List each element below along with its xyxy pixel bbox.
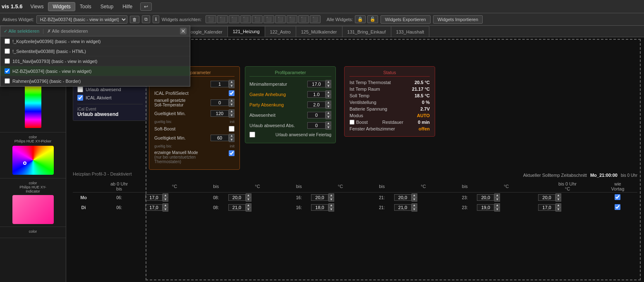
soft-boost-cb[interactable] [229, 126, 235, 132]
mo-c2-input[interactable] [228, 194, 246, 201]
gueltigkeit-input[interactable] [211, 110, 229, 117]
minimaltemperatur-down[interactable]: ▼ [326, 84, 331, 88]
export-btn[interactable]: Widgets Exportieren [381, 15, 431, 24]
tab-131-bring[interactable]: 131_Bring_Einkauf [342, 26, 391, 37]
delete-widget-btn[interactable]: 🗑 [130, 16, 139, 23]
di-c4-up[interactable]: ▲ [412, 203, 417, 207]
party-up[interactable]: ▲ [326, 101, 331, 105]
align-center-btn[interactable]: ⬛ [217, 15, 228, 23]
di-c1-down[interactable]: ▼ [163, 207, 168, 212]
di-c5-down[interactable]: ▼ [494, 207, 500, 212]
back-button[interactable]: ↩ [140, 2, 152, 11]
align-v-center-btn[interactable]: ⬛ [263, 15, 274, 23]
mo-c5-up[interactable]: ▲ [494, 193, 500, 198]
dropdown-item-w00374[interactable]: HZ-BZ[w00374] (basic - view in widget) [0, 66, 190, 76]
tab-122-astro[interactable]: 122_Astro [265, 26, 296, 37]
mo-c3-up[interactable]: ▲ [328, 193, 334, 198]
widget-select[interactable]: HZ-BZ[w00374] (basic - view in widget) [36, 15, 127, 24]
di-c4-input[interactable] [394, 204, 412, 211]
di-wie-vortag-cb[interactable] [615, 204, 620, 210]
lock-btn[interactable]: 🔒 [355, 15, 366, 23]
gaeste-up[interactable]: ▲ [326, 90, 331, 94]
mo-c1-down[interactable]: ▼ [163, 198, 168, 202]
mo-c5-down[interactable]: ▼ [494, 198, 500, 202]
minimaltemperatur-up[interactable]: ▲ [326, 80, 331, 84]
dropdown-item-w00388[interactable]: !_Seitentitel[w00388] (basic - HTML) [0, 46, 190, 56]
sidebar-item-xy-indicator[interactable]: colorPhilips HUE XY-Indicator [0, 178, 66, 227]
mo-c1-up[interactable]: ▲ [163, 193, 168, 198]
dropdown-cb-w03796[interactable] [5, 78, 10, 84]
di-c4-down[interactable]: ▼ [412, 207, 417, 212]
abwesenheit-down[interactable]: ▼ [326, 115, 331, 119]
align-h-center-btn[interactable]: ⬛ [252, 15, 263, 23]
di-c6-down[interactable]: ▼ [555, 207, 561, 212]
dropdown-cb-w00396[interactable] [5, 39, 10, 44]
manuell-input[interactable] [211, 99, 229, 106]
urlaub-abwesend-up[interactable]: ▲ [326, 121, 331, 125]
menu-widgets[interactable]: Widgets [48, 2, 75, 11]
di-c3-input[interactable] [311, 204, 328, 211]
manuell-up[interactable]: ▲ [229, 99, 235, 103]
gueltigkeit2-up[interactable]: ▲ [229, 134, 235, 138]
info-widget-btn[interactable]: ℹ [153, 15, 159, 23]
gaeste-input[interactable] [307, 91, 326, 98]
menu-setup[interactable]: Setup [96, 2, 118, 11]
resize-h-btn[interactable]: ⬛ [310, 15, 321, 23]
manuell-down[interactable]: ▼ [229, 103, 235, 107]
urlaub-abwesend-down[interactable]: ▼ [326, 125, 331, 130]
di-c6-up[interactable]: ▲ [555, 203, 561, 207]
mo-c6-down[interactable]: ▼ [555, 198, 561, 202]
mo-c4-up[interactable]: ▲ [412, 193, 417, 198]
di-c1-input[interactable] [145, 204, 163, 211]
di-c1-up[interactable]: ▲ [163, 203, 168, 207]
cb-ical-input[interactable] [77, 95, 83, 101]
mo-c4-input[interactable] [394, 194, 412, 201]
di-c5-up[interactable]: ▲ [494, 203, 500, 207]
copy-widget-btn[interactable]: ⧉ [142, 15, 150, 23]
urlaub-feiertag-cb[interactable] [249, 132, 255, 137]
dist-v-btn[interactable]: ⬛ [287, 15, 297, 23]
dist-h-btn[interactable]: ⬛ [275, 15, 286, 23]
gueltigkeit2-down[interactable]: ▼ [229, 138, 235, 142]
menu-hilfe[interactable]: Hilfe [118, 2, 137, 11]
party-down[interactable]: ▼ [326, 105, 331, 109]
mo-c6-up[interactable]: ▲ [555, 193, 561, 198]
tab-125-muellkalender[interactable]: 125_Müllkalender [296, 26, 342, 37]
di-c5-input[interactable] [477, 204, 494, 211]
erzwinge-cb[interactable] [229, 150, 235, 156]
dropdown-item-w03796[interactable]: Rahmen[w03796] (basic - Border) [0, 76, 190, 86]
menu-views[interactable]: Views [26, 2, 48, 11]
aktives-profil-input[interactable] [211, 81, 229, 87]
resize-w-btn[interactable]: ⬛ [298, 15, 309, 23]
select-all-btn[interactable]: ✓ Alle selektieren [4, 29, 39, 34]
boost-cb[interactable] [350, 120, 354, 125]
aktives-profil-up[interactable]: ▲ [229, 80, 235, 84]
dropdown-cb-w00388[interactable] [5, 48, 10, 54]
gueltigkeit-up[interactable]: ▲ [229, 109, 235, 113]
mo-c1-input[interactable] [145, 194, 163, 201]
align-left-btn[interactable]: ⬛ [206, 15, 216, 23]
party-input[interactable] [307, 101, 326, 108]
mo-c5-input[interactable] [477, 194, 494, 201]
menu-tools[interactable]: Tools [75, 2, 96, 11]
mo-c3-input[interactable] [311, 194, 328, 201]
mo-c4-down[interactable]: ▼ [412, 198, 417, 202]
mo-c3-down[interactable]: ▼ [328, 198, 334, 202]
ical-profil-cb[interactable] [229, 90, 235, 96]
import-btn[interactable]: Widgets Importieren [433, 15, 483, 24]
mo-c2-down[interactable]: ▼ [246, 198, 251, 202]
sidebar-item-xy-picker[interactable]: colorPhilips HUE XY-Picker [0, 133, 66, 178]
di-c2-down[interactable]: ▼ [246, 207, 251, 212]
align-top-btn[interactable]: ⬛ [229, 15, 239, 23]
gueltigkeit2-input[interactable] [211, 135, 229, 141]
di-c6-input[interactable] [538, 204, 555, 211]
di-c2-up[interactable]: ▲ [246, 203, 251, 207]
align-bottom-btn[interactable]: ⬛ [240, 15, 251, 23]
dropdown-item-w00396[interactable]: !_Kopfzeile[w00396] (basic - view in wid… [0, 36, 190, 46]
sidebar-item-color-bottom[interactable]: color [0, 227, 66, 238]
unlock-btn[interactable]: 🔓 [367, 15, 378, 23]
abwesenheit-up[interactable]: ▲ [326, 111, 331, 115]
dropdown-cb-w00374[interactable] [5, 68, 10, 74]
aktives-profil-down[interactable]: ▼ [229, 84, 235, 88]
di-c3-up[interactable]: ▲ [328, 203, 334, 207]
